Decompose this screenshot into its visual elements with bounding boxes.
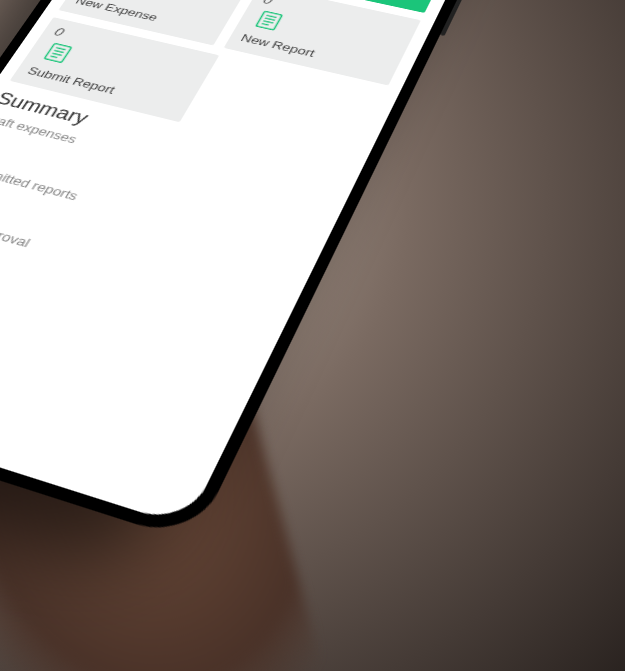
svg-line-12 [263, 21, 273, 23]
svg-line-18 [50, 56, 57, 58]
svg-rect-14 [44, 43, 71, 62]
svg-line-10 [267, 15, 277, 17]
content: 0 Outstanding Actions 0 New Expense 0 [0, 0, 469, 527]
svg-line-17 [52, 53, 61, 55]
phone-frame: EE ⌇ ❀ 40% Home [0, 0, 507, 543]
svg-line-15 [56, 48, 65, 50]
svg-rect-9 [256, 11, 282, 30]
svg-line-13 [262, 24, 269, 26]
screen: EE ⌇ ❀ 40% Home [0, 0, 494, 527]
svg-line-11 [265, 18, 275, 20]
svg-line-16 [54, 50, 63, 52]
